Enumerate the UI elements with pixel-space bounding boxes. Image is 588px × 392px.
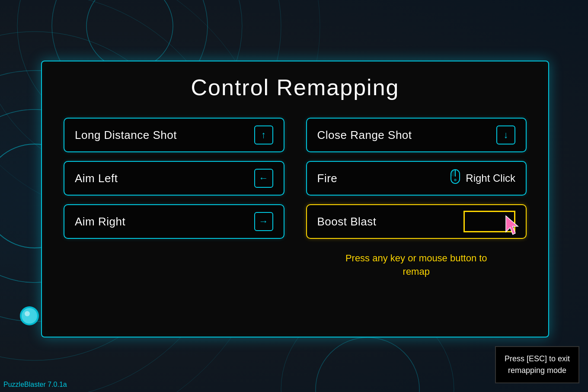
remap-hint: Press any key or mouse button toremap xyxy=(306,247,527,279)
svg-rect-18 xyxy=(451,170,455,177)
fire-label: Fire xyxy=(317,172,338,185)
empty-left-cell xyxy=(64,247,284,279)
dialog-title: Control Remapping xyxy=(59,74,531,100)
arrow-up-icon: ↑ xyxy=(254,125,273,145)
esc-hint-box: Press [ESC] to exitremapping mode xyxy=(495,346,579,383)
arrow-down-icon: ↓ xyxy=(496,125,515,145)
boost-blast-label: Boost Blast xyxy=(317,215,377,228)
long-distance-shot-bind: ↑ xyxy=(254,125,273,145)
arrow-right-icon: → xyxy=(254,212,273,231)
boost-blast-row[interactable]: Boost Blast xyxy=(306,204,527,239)
arrow-left-icon: ← xyxy=(254,169,273,188)
cursor-arrow-icon xyxy=(502,214,523,238)
aim-left-row[interactable]: Aim Left ← xyxy=(64,161,284,196)
svg-point-19 xyxy=(454,179,457,181)
svg-marker-20 xyxy=(506,216,518,235)
long-distance-shot-label: Long Distance Shot xyxy=(75,129,177,142)
controls-grid: Long Distance Shot ↑ Close Range Shot ↓ … xyxy=(59,118,531,279)
aim-left-label: Aim Left xyxy=(75,172,118,185)
aim-right-label: Aim Right xyxy=(75,215,125,228)
mouse-icon xyxy=(449,169,461,188)
fire-row[interactable]: Fire Right Click xyxy=(306,161,527,196)
svg-point-12 xyxy=(22,308,37,324)
remap-instruction-text: Press any key or mouse button toremap xyxy=(345,253,487,277)
svg-point-6 xyxy=(86,0,173,69)
long-distance-shot-row[interactable]: Long Distance Shot ↑ xyxy=(64,118,284,152)
boost-blast-bind xyxy=(463,211,515,232)
svg-point-13 xyxy=(25,311,30,316)
aim-left-bind: ← xyxy=(254,169,273,188)
close-range-shot-row[interactable]: Close Range Shot ↓ xyxy=(306,118,527,152)
svg-point-14 xyxy=(316,337,419,392)
aim-right-row[interactable]: Aim Right → xyxy=(64,204,284,239)
fire-bind: Right Click xyxy=(449,169,515,188)
version-label: PuzzleBlaster 7.0.1a xyxy=(3,381,67,389)
aim-right-bind: → xyxy=(254,212,273,231)
right-click-label: Right Click xyxy=(466,172,515,184)
close-range-shot-label: Close Range Shot xyxy=(317,129,412,142)
esc-hint-text: Press [ESC] to exitremapping mode xyxy=(505,354,570,375)
close-range-shot-bind: ↓ xyxy=(496,125,515,145)
control-remapping-dialog: Control Remapping Long Distance Shot ↑ C… xyxy=(41,61,549,337)
